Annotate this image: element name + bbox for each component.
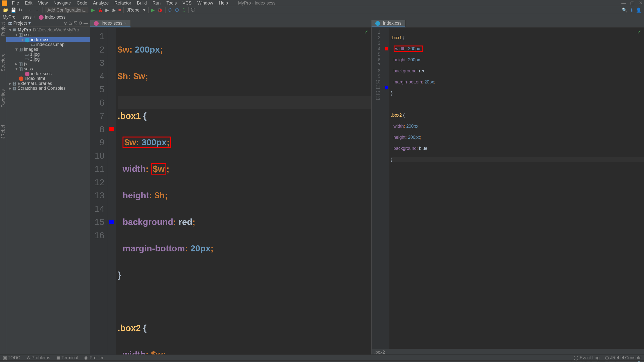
- close-tab-icon[interactable]: ×: [124, 21, 127, 26]
- tree-root[interactable]: ▾▣MyProD:\Develop\Web\MyPro: [6, 27, 90, 32]
- stop-icon[interactable]: ■: [118, 8, 121, 12]
- menu-view[interactable]: View: [36, 1, 50, 5]
- project-tree[interactable]: ▾▣MyProD:\Develop\Web\MyPro ▾▥css ▾⬤inde…: [6, 26, 90, 354]
- tree-img1[interactable]: ▭1.jpg: [6, 52, 90, 57]
- caret-position[interactable]: 3:1: [570, 361, 576, 362]
- breadcrumb-file[interactable]: index.scss: [45, 15, 65, 19]
- breadcrumb-folder[interactable]: sass: [23, 15, 32, 19]
- side-favorites[interactable]: Favorites: [1, 89, 5, 107]
- tree-js-folder[interactable]: ▸▥js: [6, 61, 90, 66]
- jrebel-run-icon[interactable]: ▶: [151, 8, 155, 12]
- tab-label: index.css: [383, 21, 401, 26]
- code-content[interactable]: .box1 { width: 300px; height: 200px; bac…: [389, 28, 644, 349]
- side-structure[interactable]: Structure: [1, 54, 5, 71]
- side-jrebel[interactable]: JRebel: [1, 125, 5, 139]
- bottom-tool-stripe: ▣ TODO ⊘ Problems ▣ Terminal ◉ Profiler …: [0, 354, 644, 360]
- menu-window[interactable]: Window: [195, 1, 215, 5]
- left-tool-stripe: Project Structure Favorites JRebel: [0, 20, 6, 354]
- color-swatch-red-icon[interactable]: [109, 127, 114, 131]
- menu-build[interactable]: Build: [135, 1, 149, 5]
- menu-edit[interactable]: Edit: [23, 1, 35, 5]
- menu-file[interactable]: File: [10, 1, 21, 5]
- select-opened-icon[interactable]: ⊙: [64, 21, 67, 26]
- maximize-icon[interactable]: ▢: [630, 1, 634, 5]
- profile-icon[interactable]: ◉: [112, 8, 116, 12]
- jr-icon3[interactable]: ⬡: [182, 8, 186, 12]
- jr-icon1[interactable]: ⬡: [168, 8, 172, 12]
- jr-icon2[interactable]: ⬡: [175, 8, 179, 12]
- line-numbers: 12345678910111213141516: [90, 28, 107, 354]
- gear-icon[interactable]: ⚙: [78, 21, 82, 26]
- tree-scratches[interactable]: ▸▦Scratches and Consoles: [6, 86, 90, 90]
- tree-css-folder[interactable]: ▾▥css: [6, 32, 90, 37]
- event-log-tool[interactable]: ◯ Event Log: [574, 355, 599, 360]
- update-icon[interactable]: ⬆: [630, 8, 633, 12]
- readonly-icon[interactable]: 🔓: [636, 361, 641, 362]
- avatar-icon[interactable]: 👤: [636, 8, 641, 12]
- line-ending[interactable]: CRLF: [581, 361, 592, 362]
- encoding[interactable]: UTF-8: [597, 361, 610, 362]
- menu-help[interactable]: Help: [217, 1, 230, 5]
- search-icon[interactable]: 🔍: [622, 8, 627, 12]
- forward-icon[interactable]: →: [35, 8, 39, 12]
- run-icon[interactable]: ▶: [91, 8, 95, 12]
- terminal-tool[interactable]: ▣ Terminal: [56, 355, 78, 360]
- gutter-marks: [107, 28, 116, 354]
- save-icon[interactable]: 💾: [11, 8, 16, 12]
- tree-img2[interactable]: ▭2.jpg: [6, 57, 90, 61]
- window-title: MyPro - index.scss: [238, 1, 275, 5]
- todo-tool[interactable]: ▣ TODO: [3, 355, 21, 360]
- menu-tools[interactable]: Tools: [164, 1, 179, 5]
- indent[interactable]: 2 spaces: [614, 361, 631, 362]
- gutter-marks: [383, 28, 389, 349]
- hide-icon[interactable]: —: [84, 21, 88, 26]
- css-editor[interactable]: 12345678910111213 .box1 { width: 300px; …: [372, 28, 644, 349]
- color-swatch-blue-icon[interactable]: [109, 220, 114, 224]
- profiler-tool[interactable]: ◉ Profiler: [84, 355, 103, 360]
- tab-index-css[interactable]: ⬤ index.css: [372, 20, 406, 27]
- side-project[interactable]: Project: [1, 22, 5, 36]
- scss-editor[interactable]: 12345678910111213141516 $w: 200px; $h: $…: [90, 28, 371, 354]
- jrebel-debug-icon[interactable]: 🐞: [157, 8, 163, 12]
- color-swatch-blue-icon[interactable]: [385, 86, 388, 89]
- menu-run[interactable]: Run: [150, 1, 163, 5]
- code-content[interactable]: $w: 200px; $h: $w; .box1 { $w: 300px; wi…: [116, 28, 371, 354]
- tree-external-libs[interactable]: ▸▦External Libraries: [6, 81, 90, 86]
- expand-all-icon[interactable]: ⇲: [69, 21, 72, 26]
- menu-navigate[interactable]: Navigate: [51, 1, 73, 5]
- coverage-icon[interactable]: ▶: [105, 8, 109, 12]
- inspection-ok-icon[interactable]: ✓: [364, 29, 369, 35]
- chevron-down-icon[interactable]: ▾: [28, 21, 31, 26]
- menu-refactor[interactable]: Refactor: [112, 1, 133, 5]
- back-icon[interactable]: ←: [28, 8, 32, 12]
- tree-images-folder[interactable]: ▾▥images: [6, 47, 90, 52]
- close-icon[interactable]: ✕: [639, 1, 642, 5]
- project-panel-title[interactable]: Project: [13, 21, 27, 26]
- open-icon[interactable]: 📁: [3, 8, 8, 12]
- collapse-all-icon[interactable]: ⇱: [73, 21, 77, 26]
- tree-index-scss[interactable]: ⬤index.scss: [6, 71, 90, 76]
- main-toolbar: 📁 💾 ↻ ← → Add Configuration... ▶ 🐞 ▶ ◉ ■…: [0, 6, 644, 14]
- menu-code[interactable]: Code: [74, 1, 90, 5]
- color-swatch-red-icon[interactable]: [385, 48, 388, 51]
- structure-icon[interactable]: ⿻: [191, 8, 196, 12]
- jrebel-console-tool[interactable]: ⬡ JRebel Console: [605, 355, 641, 360]
- minimize-icon[interactable]: —: [621, 1, 626, 5]
- run-config-selector[interactable]: Add Configuration...: [45, 7, 89, 13]
- chevron-down-icon[interactable]: ▾: [143, 8, 145, 12]
- breadcrumb-project[interactable]: MyPro: [3, 15, 16, 19]
- tree-index-css[interactable]: ▾⬤index.css: [6, 37, 90, 42]
- debug-icon[interactable]: 🐞: [98, 8, 103, 12]
- tree-sass-folder[interactable]: ▾▥sass: [6, 66, 90, 71]
- sync-icon[interactable]: ↻: [19, 8, 22, 12]
- tree-index-html[interactable]: ⬤index.html: [6, 76, 90, 81]
- tree-index-css-map[interactable]: ▭index.css.map: [6, 42, 90, 47]
- css-icon: ⬤: [375, 21, 380, 26]
- inspection-ok-icon[interactable]: ✓: [637, 29, 641, 35]
- editor-breadcrumb[interactable]: .box2: [372, 349, 644, 354]
- problems-tool[interactable]: ⊘ Problems: [27, 355, 50, 360]
- tab-index-scss[interactable]: ⬤ index.scss ×: [90, 20, 131, 27]
- menu-analyze[interactable]: Analyze: [91, 1, 111, 5]
- menu-vcs[interactable]: VCS: [180, 1, 194, 5]
- jrebel-label[interactable]: JRebel: [127, 8, 141, 12]
